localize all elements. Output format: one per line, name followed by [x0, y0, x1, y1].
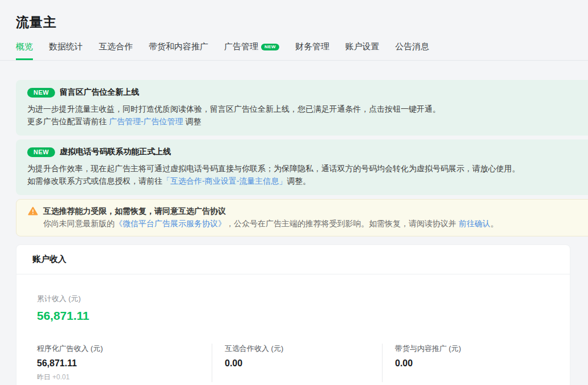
total-income-label: 累计收入 (元) — [37, 294, 549, 304]
page-title: 流量主 — [16, 14, 588, 31]
income-columns: 程序化广告收入 (元) 56,871.11 昨日 +0.01 互选合作收入 (元… — [37, 344, 549, 382]
notice-title-row: NEW 留言区广告位全新上线 — [27, 87, 583, 98]
notice-title: 虚拟电话号码联系功能正式上线 — [60, 147, 171, 157]
warning-text: 。 — [490, 219, 498, 228]
warning-body: 你尚未同意最新版的《微信平台广告展示服务协议》，公众号在广告主端的推荐将受到影响… — [28, 217, 583, 230]
new-badge: NEW — [27, 147, 55, 157]
income-value: 0.00 — [395, 358, 549, 369]
notice-body-line: 如需修改联系方式或信息授权，请前往「互选合作-商业设置-流量主信息」调整。 — [27, 175, 583, 187]
income-column-programmatic: 程序化广告收入 (元) 56,871.11 昨日 +0.01 — [37, 344, 212, 382]
ad-position-management-link[interactable]: 广告管理-广告位管理 — [109, 117, 183, 126]
notice-text: 调整 — [183, 117, 201, 126]
notice-title-row: NEW 虚拟电话号码联系功能正式上线 — [27, 147, 583, 157]
tab-label: 账户设置 — [345, 41, 379, 52]
tab-label: 广告管理 — [224, 41, 258, 52]
notice-comment-ad-launch: NEW 留言区广告位全新上线 为进一步提升流量主收益，同时打造优质阅读体验，留言… — [16, 80, 588, 136]
notice-agreement-warning: 互选推荐能力受限，如需恢复，请同意互选广告协议 你尚未同意最新版的《微信平台广告… — [16, 199, 588, 236]
content: NEW 留言区广告位全新上线 为进一步提升流量主收益，同时打造优质阅读体验，留言… — [0, 61, 588, 385]
card-header: 账户收入 — [16, 245, 570, 274]
page-header: 流量主 概览 数据统计 互选合作 带货和内容推广 广告管理 NEW 财务管理 账… — [0, 0, 588, 61]
income-label: 互选合作收入 (元) — [225, 344, 382, 354]
income-label: 程序化广告收入 (元) — [37, 344, 212, 354]
tab-label: 互选合作 — [99, 41, 133, 52]
tab-mutual-selection[interactable]: 互选合作 — [99, 41, 133, 60]
warning-title: 互选推荐能力受限，如需恢复，请同意互选广告协议 — [43, 205, 226, 217]
warning-text: 你尚未同意最新版的 — [43, 219, 115, 228]
tab-label: 概览 — [16, 41, 33, 52]
income-label: 带货与内容推广 (元) — [395, 344, 549, 354]
traffic-owner-info-link[interactable]: 「互选合作-商业设置-流量主信息」 — [162, 176, 287, 185]
total-income-value: 56,871.11 — [37, 309, 549, 323]
go-confirm-link[interactable]: 前往确认 — [459, 219, 490, 228]
yesterday-value: +0.01 — [52, 373, 69, 381]
income-value: 0.00 — [225, 358, 382, 369]
tab-finance-management[interactable]: 财务管理 — [295, 41, 329, 60]
tab-label: 带货和内容推广 — [149, 41, 208, 52]
tab-label: 财务管理 — [295, 41, 329, 52]
tab-overview[interactable]: 概览 — [16, 41, 33, 60]
tab-account-settings[interactable]: 账户设置 — [345, 41, 379, 60]
new-badge: NEW — [261, 44, 279, 50]
tab-bar: 概览 数据统计 互选合作 带货和内容推广 广告管理 NEW 财务管理 账户设置 … — [0, 41, 588, 61]
card-title: 账户收入 — [32, 254, 66, 265]
tab-ad-management[interactable]: 广告管理 NEW — [224, 41, 279, 60]
tab-label: 数据统计 — [49, 41, 83, 52]
new-badge: NEW — [27, 88, 55, 98]
warning-text: ，公众号在广告主端的推荐将受到影响。如需恢复，请阅读协议并 — [226, 219, 459, 228]
income-value: 56,871.11 — [37, 358, 212, 369]
yesterday-label: 昨日 — [37, 373, 51, 381]
tab-label: 公告消息 — [395, 41, 429, 52]
notice-title: 留言区广告位全新上线 — [60, 87, 139, 98]
notice-body-line: 为进一步提升流量主收益，同时打造优质阅读体验，留言区广告位全新上线，您已满足开通… — [27, 103, 583, 115]
tab-data-statistics[interactable]: 数据统计 — [49, 41, 83, 60]
notice-virtual-phone-launch: NEW 虚拟电话号码联系功能正式上线 为提升合作效率，现在起广告主将可通过虚拟电… — [16, 139, 588, 195]
ad-display-agreement-link[interactable]: 《微信平台广告展示服务协议》 — [115, 219, 226, 228]
income-column-mutual-selection: 互选合作收入 (元) 0.00 — [212, 344, 382, 382]
tab-announcements[interactable]: 公告消息 — [395, 41, 429, 60]
tab-goods-content-promotion[interactable]: 带货和内容推广 — [149, 41, 208, 60]
account-income-card: 账户收入 累计收入 (元) 56,871.11 程序化广告收入 (元) 56,8… — [16, 244, 570, 385]
warning-title-row: 互选推荐能力受限，如需恢复，请同意互选广告协议 — [28, 205, 583, 217]
notice-body-line: 为提升合作效率，现在起广告主将可通过虚拟电话号码直接与你联系；为保障隐私，通话双… — [27, 162, 583, 175]
income-yesterday-delta: 昨日 +0.01 — [37, 373, 212, 382]
notice-text: 如需修改联系方式或信息授权，请前往 — [27, 176, 162, 185]
card-body: 累计收入 (元) 56,871.11 程序化广告收入 (元) 56,871.11… — [16, 274, 570, 382]
notice-text: 调整。 — [287, 176, 310, 185]
income-column-goods-promotion: 带货与内容推广 (元) 0.00 — [382, 344, 549, 382]
warning-icon — [28, 206, 38, 215]
notice-text: 更多广告位配置请前往 — [27, 117, 109, 126]
notice-body-line: 更多广告位配置请前往 广告管理-广告位管理 调整 — [27, 115, 583, 128]
